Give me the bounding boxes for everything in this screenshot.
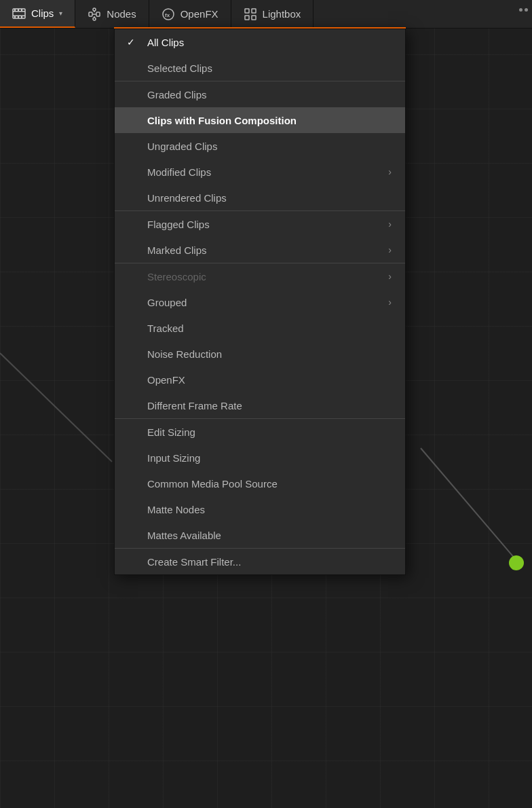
nav-lightbox-label: Lightbox — [263, 8, 301, 20]
svg-rect-23 — [252, 16, 256, 20]
nav-item-clips[interactable]: Clips ▾ — [0, 0, 75, 28]
nav-item-lightbox[interactable]: Lightbox — [231, 0, 314, 28]
menu-label-noise-reduction: Noise Reduction — [147, 348, 222, 360]
menu-label-fusion-clips: Clips with Fusion Composition — [147, 115, 297, 126]
menu-label-grouped: Grouped — [147, 297, 187, 308]
svg-rect-7 — [21, 9, 22, 11]
menu-label-openfx: OpenFX — [147, 374, 185, 386]
svg-text:fx: fx — [165, 12, 170, 18]
nav-item-openfx[interactable]: fx OpenFX — [149, 0, 231, 28]
menu-label-edit-sizing: Edit Sizing — [147, 426, 195, 438]
menu-item-unrendered-clips[interactable]: Unrendered Clips — [115, 185, 405, 210]
menu-label-unrendered-clips: Unrendered Clips — [147, 192, 227, 204]
menu-item-openfx[interactable]: OpenFX — [115, 367, 405, 392]
menu-label-input-sizing: Input Sizing — [147, 452, 200, 464]
svg-rect-20 — [245, 9, 249, 13]
svg-rect-12 — [96, 12, 100, 16]
svg-line-0 — [0, 353, 112, 462]
menu-item-mattes-available[interactable]: Mattes Available — [115, 522, 405, 548]
svg-rect-21 — [252, 9, 256, 13]
fx-icon: fx — [162, 7, 175, 21]
chevron-right-icon: › — [388, 219, 392, 229]
svg-point-14 — [93, 8, 96, 11]
svg-line-1 — [421, 448, 519, 564]
dropdown-menu: All ClipsSelected ClipsGraded ClipsClips… — [114, 29, 406, 575]
film-icon — [12, 7, 26, 20]
nodes-icon — [88, 7, 101, 21]
nav-item-nodes[interactable]: Nodes — [75, 0, 149, 28]
green-indicator — [509, 555, 524, 570]
menu-label-common-media-pool: Common Media Pool Source — [147, 478, 278, 490]
chevron-right-icon: › — [388, 244, 392, 255]
svg-rect-6 — [18, 9, 19, 11]
menu-item-matte-nodes[interactable]: Matte Nodes — [115, 496, 405, 522]
menu-label-graded-clips: Graded Clips — [147, 89, 207, 100]
menu-item-different-frame-rate[interactable]: Different Frame Rate — [115, 392, 405, 418]
svg-point-15 — [93, 18, 96, 20]
menu-item-selected-clips[interactable]: Selected Clips — [115, 55, 405, 81]
menu-item-create-smart-filter[interactable]: Create Smart Filter... — [115, 549, 405, 574]
menu-item-tracked[interactable]: Tracked — [115, 315, 405, 341]
menu-label-all-clips: All Clips — [147, 37, 184, 48]
nav-nodes-label: Nodes — [107, 8, 136, 20]
navbar: Clips ▾ Nodes fx OpenFX — [0, 0, 532, 29]
menu-item-modified-clips[interactable]: Modified Clips› — [115, 159, 405, 185]
menu-label-flagged-clips: Flagged Clips — [147, 219, 210, 230]
menu-item-ungraded-clips[interactable]: Ungraded Clips — [115, 133, 405, 159]
menu-item-stereoscopic: Stereoscopic› — [115, 263, 405, 289]
svg-rect-10 — [21, 16, 22, 18]
menu-item-edit-sizing[interactable]: Edit Sizing — [115, 419, 405, 445]
chevron-down-icon: ▾ — [59, 10, 62, 17]
nav-clips-label: Clips — [31, 7, 54, 19]
menu-item-flagged-clips[interactable]: Flagged Clips› — [115, 211, 405, 237]
dot-1 — [519, 8, 522, 12]
svg-rect-3 — [13, 11, 25, 12]
dot-2 — [525, 8, 528, 12]
menu-label-marked-clips: Marked Clips — [147, 244, 207, 256]
red-accent-line — [114, 27, 406, 29]
menu-item-grouped[interactable]: Grouped› — [115, 289, 405, 315]
svg-rect-22 — [245, 16, 249, 20]
menu-label-different-frame-rate: Different Frame Rate — [147, 400, 242, 411]
chevron-right-icon: › — [388, 271, 392, 282]
menu-label-modified-clips: Modified Clips — [147, 166, 211, 178]
menu-label-matte-nodes: Matte Nodes — [147, 504, 205, 515]
menu-label-selected-clips: Selected Clips — [147, 62, 212, 74]
menu-item-graded-clips[interactable]: Graded Clips — [115, 81, 405, 107]
nav-openfx-label: OpenFX — [180, 8, 218, 20]
svg-rect-9 — [18, 16, 19, 18]
menu-item-fusion-clips[interactable]: Clips with Fusion Composition — [115, 107, 405, 133]
svg-rect-11 — [89, 12, 92, 16]
svg-rect-5 — [14, 9, 16, 11]
grid-icon — [244, 7, 257, 21]
menu-label-ungraded-clips: Ungraded Clips — [147, 141, 217, 152]
menu-item-input-sizing[interactable]: Input Sizing — [115, 445, 405, 471]
menu-label-tracked: Tracked — [147, 323, 184, 334]
svg-rect-8 — [14, 16, 16, 18]
chevron-right-icon: › — [388, 297, 392, 308]
menu-item-noise-reduction[interactable]: Noise Reduction — [115, 341, 405, 367]
menu-item-all-clips[interactable]: All Clips — [115, 29, 405, 55]
menu-label-mattes-available: Mattes Available — [147, 530, 221, 541]
dots-indicator — [519, 8, 528, 12]
menu-label-stereoscopic: Stereoscopic — [147, 271, 206, 282]
menu-label-create-smart-filter: Create Smart Filter... — [147, 556, 241, 568]
menu-item-common-media-pool[interactable]: Common Media Pool Source — [115, 471, 405, 496]
chevron-right-icon: › — [388, 166, 392, 177]
menu-item-marked-clips[interactable]: Marked Clips› — [115, 237, 405, 263]
